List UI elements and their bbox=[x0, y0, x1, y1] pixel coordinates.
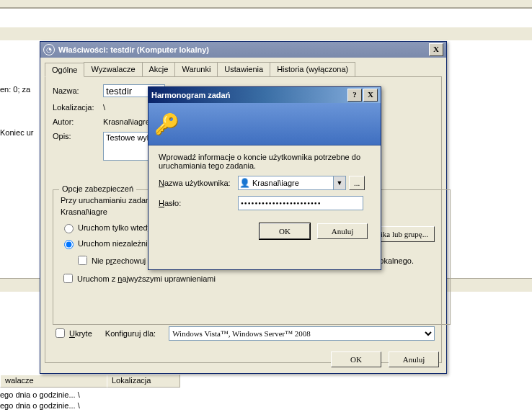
dialog-footer: OK Anuluj bbox=[159, 223, 368, 239]
value-location: \ bbox=[103, 103, 105, 112]
label-location: Lokalizacja: bbox=[53, 103, 103, 112]
tab-history[interactable]: Historia (wyłączona) bbox=[270, 62, 355, 76]
tab-triggers[interactable]: Wyzwalacze bbox=[84, 62, 142, 76]
cancel-button[interactable]: Anuluj bbox=[317, 223, 368, 239]
dialog-banner: 🔑 bbox=[148, 103, 381, 145]
radio-input[interactable] bbox=[64, 224, 74, 233]
tab-actions[interactable]: Akcje bbox=[142, 62, 176, 76]
bg-text: Koniec ur bbox=[0, 128, 33, 137]
table-row[interactable]: ego dnia o godzinie... \ bbox=[0, 401, 80, 410]
close-button[interactable]: X bbox=[363, 89, 378, 102]
checkbox-highest-privileges[interactable]: Uruchom z najwyższymi uprawnieniami bbox=[61, 272, 443, 285]
value-author: Krasnal\iagre bbox=[103, 117, 150, 126]
dialog-footer: OK Anuluj bbox=[331, 351, 439, 367]
tab-general[interactable]: Ogólne bbox=[45, 63, 84, 77]
cancel-button[interactable]: Anuluj bbox=[389, 351, 439, 367]
app-stage: en: 0; za Koniec ur walacze Lokalizacja … bbox=[0, 0, 532, 412]
bg-text: en: 0; za bbox=[0, 85, 30, 94]
label-password: Hasło: bbox=[159, 199, 238, 207]
checkbox-label: Ukryte bbox=[69, 329, 92, 338]
window-title: Właściwości: testdir (Komputer lokalny) bbox=[58, 45, 429, 54]
radio-input[interactable] bbox=[64, 240, 74, 249]
radio-label: Uruchom tylko wtedy, bbox=[78, 223, 153, 232]
username-value: Krasnal\iagre bbox=[250, 179, 333, 187]
fieldset-legend: Opcje zabezpieczeń bbox=[59, 184, 136, 193]
label-configure-for: Konfiguruj dla: bbox=[105, 329, 156, 338]
column-header[interactable]: walacze bbox=[0, 375, 108, 388]
label-author: Autor: bbox=[53, 117, 103, 126]
keys-icon: 🔑 bbox=[154, 112, 179, 136]
bg-strip bbox=[0, 9, 532, 27]
credentials-dialog: Harmonogram zadań ? X 🔑 Wprowadź informa… bbox=[148, 86, 381, 270]
checkbox-input[interactable] bbox=[63, 274, 73, 283]
dialog-body: Wprowadź informacje o koncie użytkownika… bbox=[148, 145, 381, 246]
username-combo[interactable]: 👤 Krasnal\iagre ▼ bbox=[238, 176, 346, 190]
password-input[interactable] bbox=[238, 196, 363, 210]
close-button[interactable]: X bbox=[429, 43, 443, 56]
tab-conditions[interactable]: Warunki bbox=[174, 62, 218, 76]
checkbox-input[interactable] bbox=[78, 256, 87, 265]
tab-bar: Ogólne Wyzwalacze Akcje Warunki Ustawien… bbox=[45, 62, 442, 76]
ok-button[interactable]: OK bbox=[331, 351, 381, 367]
bg-strip bbox=[0, 27, 532, 41]
tab-settings[interactable]: Ustawienia bbox=[217, 62, 270, 76]
checkbox-hidden[interactable]: Ukryte bbox=[53, 326, 92, 340]
dialog-instruction: Wprowadź informacje o koncie użytkownika… bbox=[159, 153, 371, 170]
label-description: Opis: bbox=[53, 132, 103, 140]
column-header[interactable]: Lokalizacja bbox=[107, 375, 180, 388]
checkbox-label: Uruchom z najwyższymi uprawnieniami bbox=[77, 274, 216, 283]
titlebar[interactable]: Harmonogram zadań ? X bbox=[148, 87, 381, 103]
table-row[interactable]: ego dnia o godzinie... \ bbox=[0, 390, 80, 399]
bg-strip bbox=[0, 0, 532, 9]
checkbox-input[interactable] bbox=[56, 328, 65, 338]
label-name: Nazwa: bbox=[53, 86, 103, 95]
ok-button[interactable]: OK bbox=[260, 223, 310, 239]
browse-user-button[interactable]: ... bbox=[349, 176, 365, 190]
configure-for-select[interactable]: Windows Vista™, Windows Server™ 2008 bbox=[169, 326, 435, 341]
chevron-down-icon[interactable]: ▼ bbox=[333, 176, 345, 189]
app-icon: ◔ bbox=[43, 44, 55, 55]
user-icon: 👤 bbox=[239, 177, 250, 189]
titlebar[interactable]: ◔ Właściwości: testdir (Komputer lokalny… bbox=[40, 42, 446, 58]
help-button[interactable]: ? bbox=[347, 89, 362, 102]
window-title: Harmonogram zadań bbox=[151, 91, 346, 99]
label-username: Nazwa użytkownika: bbox=[159, 179, 238, 187]
